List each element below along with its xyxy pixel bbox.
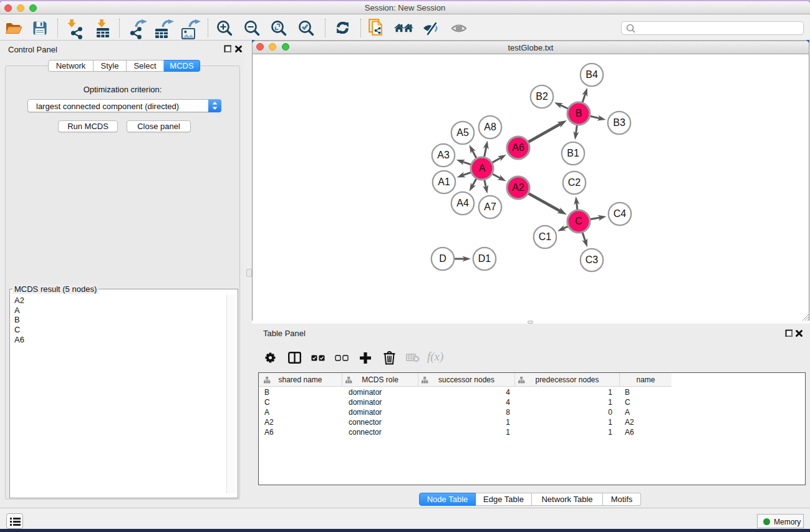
svg-text:B: B	[576, 108, 582, 118]
svg-text:A8: A8	[484, 122, 496, 132]
svg-text:A3: A3	[437, 150, 450, 160]
svg-text:D1: D1	[478, 253, 491, 264]
svg-text:B4: B4	[586, 69, 598, 80]
svg-text:C: C	[575, 216, 582, 226]
svg-text:B3: B3	[613, 117, 625, 128]
svg-text:B2: B2	[536, 91, 548, 102]
svg-text:A5: A5	[456, 127, 469, 138]
svg-text:C4: C4	[614, 208, 627, 219]
svg-text:A7: A7	[484, 201, 496, 212]
svg-text:A6: A6	[512, 142, 524, 153]
svg-text:B1: B1	[567, 148, 579, 158]
svg-text:D: D	[439, 253, 446, 264]
svg-text:C3: C3	[586, 254, 599, 265]
svg-text:C2: C2	[568, 177, 581, 188]
svg-text:A2: A2	[512, 182, 524, 193]
svg-text:A1: A1	[438, 177, 450, 187]
svg-text:C1: C1	[539, 231, 552, 242]
svg-text:A4: A4	[456, 198, 469, 208]
svg-text:A: A	[479, 163, 486, 173]
